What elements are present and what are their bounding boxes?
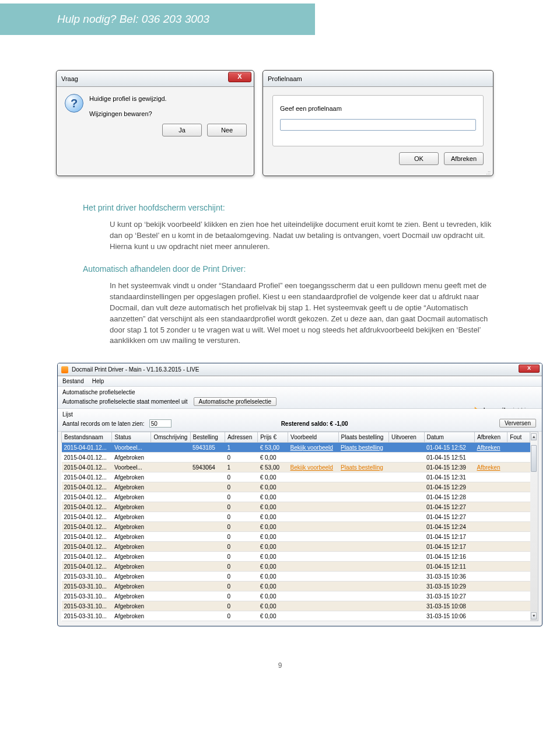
profiel-prompt: Geef een profielnaam [280,105,476,112]
scroll-down-icon[interactable]: ▼ [531,612,537,619]
lijst-title: Lijst [62,411,537,418]
close-icon[interactable]: X [228,72,251,82]
menu-help[interactable]: Help [92,378,104,384]
orders-table: BestandsnaamStatusOmschrijvingBestelling… [61,432,530,621]
column-header[interactable]: Bestelling [190,432,225,443]
dialog-vraag-titlebar[interactable]: Vraag X [57,71,254,87]
auto-profiel-title: Automatische profielselectie [62,389,537,395]
print-driver-title: Docmail Print Driver - Main - V1.16.3.20… [72,366,199,373]
heading-automatisch: Automatisch afhandelen door de Print Dri… [83,263,502,275]
dialog-vraag: Vraag X ? Huidige profiel is gewijzigd. … [56,70,254,176]
column-header[interactable]: Omschrijving [151,432,190,443]
menu-bestand[interactable]: Bestand [62,378,84,384]
help-header: Hulp nodig? Bel: 036 203 3003 [0,3,315,35]
table-row[interactable]: 2015-04-01.12...Afgebroken0€ 0,0001-04-1… [62,542,530,552]
column-header[interactable]: Afbreken [474,432,507,443]
table-row[interactable]: 2015-04-01.12...Afgebroken0€ 0,0001-04-1… [62,502,530,512]
table-row[interactable]: 2015-04-01.12...Voorbeel...59430641€ 53,… [62,463,530,472]
dialog-vraag-line2: Wijzigingen bewaren? [89,109,167,120]
print-driver-titlebar[interactable]: Docmail Print Driver - Main - V1.16.3.20… [58,363,542,376]
place-order-link[interactable]: Plaats bestelling [341,464,383,471]
ok-button[interactable]: OK [399,152,439,165]
dialog-vraag-title: Vraag [61,75,78,82]
table-row[interactable]: 2015-04-01.12...Afgebroken0€ 0,0001-04-1… [62,453,530,463]
table-row[interactable]: 2015-03-31.10...Afgebroken0€ 0,0031-03-1… [62,601,530,611]
preview-link[interactable]: Bekijk voorbeeld [290,444,333,451]
table-row[interactable]: 2015-03-31.10...Afgebroken0€ 0,0031-03-1… [62,572,530,582]
table-row[interactable]: 2015-04-01.12...Afgebroken0€ 0,0001-04-1… [62,522,530,532]
vertical-scrollbar[interactable]: ▲ ▼ [530,432,538,621]
cancel-link[interactable]: Afbreken [477,464,500,471]
refresh-button[interactable]: Verversen [499,419,536,428]
table-row[interactable]: 2015-04-01.12...Afgebroken0€ 0,0001-04-1… [62,482,530,492]
table-row[interactable]: 2015-04-01.12...Afgebroken0€ 0,0001-04-1… [62,512,530,522]
close-icon[interactable]: X [519,365,540,373]
page-number: 9 [0,661,560,681]
table-row[interactable]: 2015-04-01.12...Afgebroken0€ 0,0001-04-1… [62,562,530,572]
table-row[interactable]: 2015-03-31.10...Afgebroken0€ 0,0031-03-1… [62,582,530,591]
table-row[interactable]: 2015-04-01.12...Afgebroken0€ 0,0001-04-1… [62,472,530,482]
table-row[interactable]: 2015-03-31.10...Afgebroken0€ 0,0031-03-1… [62,591,530,601]
cancel-link[interactable]: Afbreken [477,444,500,451]
paragraph-2: In het systeemvak vindt u onder “Standaa… [110,281,502,346]
dialog-profiel-titlebar[interactable]: Profielnaam [263,71,493,87]
saldo-label: Resterend saldo: € -1,00 [281,421,348,427]
table-row[interactable]: 2015-04-01.12...Afgebroken0€ 0,0001-04-1… [62,532,530,542]
column-header[interactable]: Adressen [225,432,257,443]
auto-profiel-button[interactable]: Automatische profielselectie [194,397,277,406]
scroll-thumb[interactable] [531,445,537,472]
dialog-vraag-line1: Huidige profiel is gewijzigd. [89,94,167,104]
question-icon: ? [65,94,83,113]
resize-grip-icon[interactable]: .:: [263,171,493,176]
column-header[interactable]: Bestandsnaam [62,432,112,443]
section-lijst: Lijst Aantal records om te laten zien: R… [58,409,542,432]
column-header[interactable]: Datum [424,432,474,443]
help-text: Hulp nodig? Bel: 036 203 3003 [57,13,209,26]
scroll-up-icon[interactable]: ▲ [531,433,537,440]
paragraph-1: U kunt op ‘bekijk voorbeeld’ klikken en … [110,219,502,253]
column-header[interactable]: Fout [508,432,530,443]
app-icon [61,366,68,373]
no-button[interactable]: Nee [207,124,247,136]
place-order-link[interactable]: Plaats bestelling [341,444,383,451]
dialog-vraag-message: Huidige profiel is gewijzigd. Wijziginge… [89,94,167,119]
preview-link[interactable]: Bekijk voorbeeld [290,464,333,471]
menu-bar: Bestand Help [58,376,542,387]
table-row[interactable]: 2015-04-01.12...Afgebroken0€ 0,0001-04-1… [62,552,530,562]
profiel-name-input[interactable] [280,119,476,131]
dialog-profiel-title: Profielnaam [268,75,302,82]
column-header[interactable]: Plaats bestelling [338,432,388,443]
column-header[interactable]: Prijs € [258,432,288,443]
heading-hoofdscherm: Het print driver hoofdscherm verschijnt: [83,202,502,213]
yes-button[interactable]: Ja [162,124,202,136]
column-header[interactable]: Voorbeeld [288,432,338,443]
records-count-input[interactable] [149,419,172,428]
section-auto-profiel: Automatische profielselectie Automatisch… [58,387,542,409]
print-driver-window: Docmail Print Driver - Main - V1.16.3.20… [57,363,542,626]
dialog-profielnaam: Profielnaam Geef een profielnaam OK Afbr… [262,70,494,176]
column-header[interactable]: Uitvoeren [388,432,424,443]
records-label: Aantal records om te laten zien: [62,421,145,427]
table-row[interactable]: 2015-04-01.12...Afgebroken0€ 0,0001-04-1… [62,492,530,502]
column-header[interactable]: Status [112,432,151,443]
auto-profiel-status: Automatische profielselectie staat momen… [62,398,188,405]
cancel-button[interactable]: Afbreken [444,152,484,165]
document-body: Het print driver hoofdscherm verschijnt:… [83,202,502,346]
table-row[interactable]: 2015-04-01.12...Voorbeel...59431851€ 53,… [62,443,530,453]
table-row[interactable]: 2015-03-31.10...Afgebroken0€ 0,0031-03-1… [62,611,530,621]
